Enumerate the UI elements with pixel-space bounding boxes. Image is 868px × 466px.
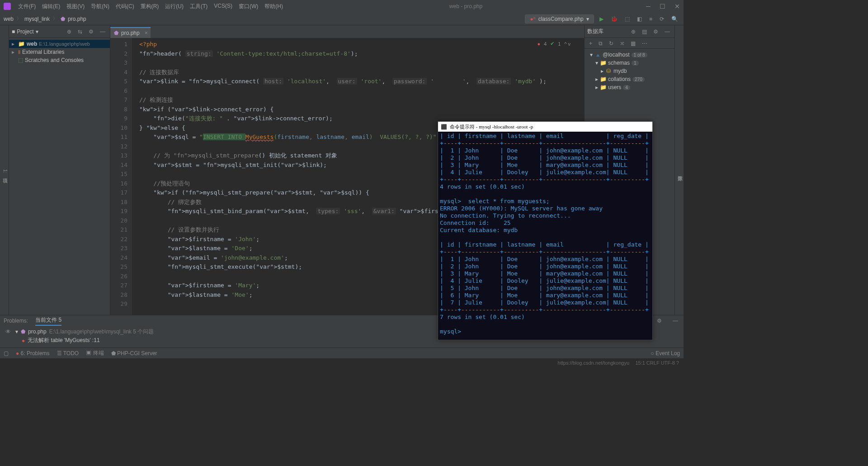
crumb-web[interactable]: web — [4, 16, 14, 22]
problem-file: pro.php — [28, 328, 47, 335]
search-icon[interactable]: 🔍 — [670, 15, 680, 23]
menu-tools[interactable]: 工具(T) — [187, 1, 210, 12]
terminal-output: | id | firstname | lastname | email | re… — [438, 132, 652, 336]
db-host-row[interactable]: ▾⟁@localhost 1 of 8 — [585, 51, 675, 59]
scratch-label: Scratches and Consoles — [25, 57, 84, 63]
run-toolbar: ●ᵇclassCompare.php▾ ▶ 🐞 ⬚ ◧ ■ ⟳ 🔍 — [525, 14, 680, 24]
tree-external-libs[interactable]: ▸⫴ External Libraries — [9, 48, 110, 56]
minimize-icon[interactable]: ─ — [646, 3, 651, 10]
menu-nav[interactable]: 导航(N) — [88, 1, 112, 12]
status-bar: ▢ ● 6: Problems ☰ TODO ▣ 终端 ⬟ PHP-CGI Se… — [0, 347, 684, 358]
status-terminal[interactable]: ▣ 终端 — [86, 349, 104, 357]
inspection-widget[interactable]: ●4 ✔1 ^ v — [537, 41, 571, 47]
tab-pro-php[interactable]: ⬟pro.php × — [110, 27, 151, 38]
main-menu[interactable]: 文件(F) 编辑(E) 视图(V) 导航(N) 代码(C) 重构(R) 运行(U… — [15, 1, 286, 12]
stop-icon[interactable]: ■ — [647, 15, 654, 23]
project-tree[interactable]: ▸📁 web E:\1.language\php\web ▸⫴ External… — [9, 38, 110, 66]
status-icon[interactable]: ▢ — [4, 350, 9, 357]
status-phpcgi[interactable]: ⬟ PHP-CGI Server — [111, 350, 157, 357]
nav-arrows[interactable]: ^ v — [564, 41, 571, 47]
expand-icon[interactable]: ⇆ — [76, 28, 84, 36]
eye-icon[interactable]: 👁 — [4, 328, 13, 336]
problems-hide-icon[interactable]: — — [671, 317, 680, 325]
warn-count: 1 — [558, 41, 561, 47]
menu-refactor[interactable]: 重构(R) — [138, 1, 162, 12]
watermark: https://blog.csdn.net/tongkongyu — [558, 360, 629, 366]
error-count: 4 — [544, 41, 547, 47]
sidebar-database[interactable]: 数据库 — [677, 29, 684, 315]
cmd-icon: ⬛ — [441, 124, 447, 130]
project-header: ■ Project ▾ ⊕ ⇆ ⚙ — — [9, 25, 110, 38]
caret-position: 15:1 CRLF UTF-8 ? — [635, 360, 679, 366]
tab-label: pro.php — [121, 30, 140, 36]
tree-root[interactable]: ▸📁 web E:\1.language\php\web — [9, 40, 110, 48]
db-new-icon[interactable]: ⊕ — [629, 28, 637, 36]
menu-edit[interactable]: 编辑(E) — [39, 1, 63, 12]
window-title: web - pro.php — [286, 3, 646, 10]
terminal-title: ⬛ 命令提示符 - mysql -hlocalhost -uroot -p — [438, 122, 652, 132]
project-tool-window: ■ Project ▾ ⊕ ⇆ ⚙ — ▸📁 web E:\1.language… — [9, 25, 110, 315]
menu-run[interactable]: 运行(U) — [162, 1, 186, 12]
status-todo[interactable]: ☰ TODO — [57, 350, 79, 357]
db-stop-icon[interactable]: ⤭ — [618, 39, 626, 48]
ext-label: External Libraries — [22, 49, 64, 55]
app-logo-icon — [4, 3, 11, 10]
hide-icon[interactable]: — — [98, 28, 107, 36]
menu-code[interactable]: 代码(C) — [113, 1, 137, 12]
run-config-selector[interactable]: ●ᵇclassCompare.php▾ — [525, 14, 594, 24]
update-icon[interactable]: ⟳ — [658, 15, 666, 23]
tab-close-icon[interactable]: × — [145, 30, 148, 36]
breadcrumb[interactable]: web〉 mysql_link〉 ⬟pro.php — [4, 15, 86, 23]
db-console-icon[interactable]: ▦ — [629, 39, 637, 48]
menu-file[interactable]: 文件(F) — [15, 1, 38, 12]
db-title: 数据库 — [587, 28, 604, 35]
close-icon[interactable]: ✕ — [675, 3, 680, 10]
profile-icon[interactable]: ◧ — [635, 15, 644, 23]
run-config-label: classCompare.php — [538, 16, 584, 22]
db-header: 数据库 ⊕ ▤ ⚙ — — [585, 25, 675, 38]
tree-scratches[interactable]: ⬚ Scratches and Consoles — [9, 56, 110, 64]
right-tool-strip[interactable]: 数据库 — [675, 25, 684, 315]
db-collations-row[interactable]: ▸📁collations 270 — [585, 75, 675, 83]
db-schemas-row[interactable]: ▾📁schemas 1 — [585, 59, 675, 67]
coverage-icon[interactable]: ⬚ — [623, 15, 632, 23]
root-path: E:\1.language\php\web — [39, 41, 90, 47]
problems-current-tab[interactable]: 当前文件 5 — [35, 316, 61, 326]
crumb-folder[interactable]: mysql_link — [24, 16, 50, 22]
db-users-row[interactable]: ▸📁users 4 — [585, 83, 675, 91]
menu-view[interactable]: 视图(V) — [64, 1, 87, 12]
db-mydb-row[interactable]: ▸⛁mydb — [585, 67, 675, 75]
left-tool-strip[interactable]: 1: 项目 — [0, 25, 9, 315]
problem-text: 无法解析 table 'MyGuests' :11 — [28, 337, 99, 344]
db-tree[interactable]: ▾⟁@localhost 1 of 8 ▾📁schemas 1 ▸⛁mydb ▸… — [585, 49, 675, 93]
db-dup-icon[interactable]: ⧉ — [597, 39, 604, 48]
problems-settings-icon[interactable]: ⚙ — [655, 317, 664, 325]
db-add-icon[interactable]: + — [587, 39, 594, 48]
line-gutter: 1234567891011121314151617181920212223242… — [110, 38, 132, 315]
db-settings-icon[interactable]: ⚙ — [651, 28, 660, 36]
editor-tabs[interactable]: ⬟pro.php × — [110, 25, 584, 38]
run-icon[interactable]: ▶ — [598, 15, 605, 23]
locate-icon[interactable]: ⊕ — [65, 28, 73, 36]
settings-icon[interactable]: ⚙ — [87, 28, 95, 36]
menu-help[interactable]: 帮助(H) — [262, 1, 286, 12]
db-more-icon[interactable]: ⋯ — [640, 39, 649, 48]
db-hide-icon[interactable]: — — [663, 28, 672, 36]
titlebar: 文件(F) 编辑(E) 视图(V) 导航(N) 代码(C) 重构(R) 运行(U… — [0, 0, 684, 13]
maximize-icon[interactable]: ☐ — [660, 3, 665, 10]
crumb-file[interactable]: pro.php — [68, 16, 86, 22]
problem-file-path: E:\1.language\php\web\mysql_link 5 个问题 — [49, 328, 154, 336]
sidebar-project[interactable]: 1: 项目 — [2, 29, 9, 315]
navigation-bar: web〉 mysql_link〉 ⬟pro.php ●ᵇclassCompare… — [0, 13, 684, 25]
debug-icon[interactable]: 🐞 — [609, 15, 619, 23]
problems-label: Problems: — [4, 318, 28, 324]
root-name: web — [27, 41, 37, 47]
menu-vcs[interactable]: VCS(S) — [211, 1, 235, 12]
cmd-terminal-window[interactable]: ⬛ 命令提示符 - mysql -hlocalhost -uroot -p | … — [438, 121, 653, 340]
menu-window[interactable]: 窗口(W) — [236, 1, 261, 12]
status-eventlog[interactable]: ○ Event Log — [651, 350, 680, 357]
status-problems[interactable]: ● 6: Problems — [16, 350, 50, 357]
db-filter-icon[interactable]: ▤ — [640, 28, 649, 36]
db-refresh-icon[interactable]: ↻ — [607, 39, 615, 48]
project-title[interactable]: ■ Project ▾ — [12, 29, 38, 35]
